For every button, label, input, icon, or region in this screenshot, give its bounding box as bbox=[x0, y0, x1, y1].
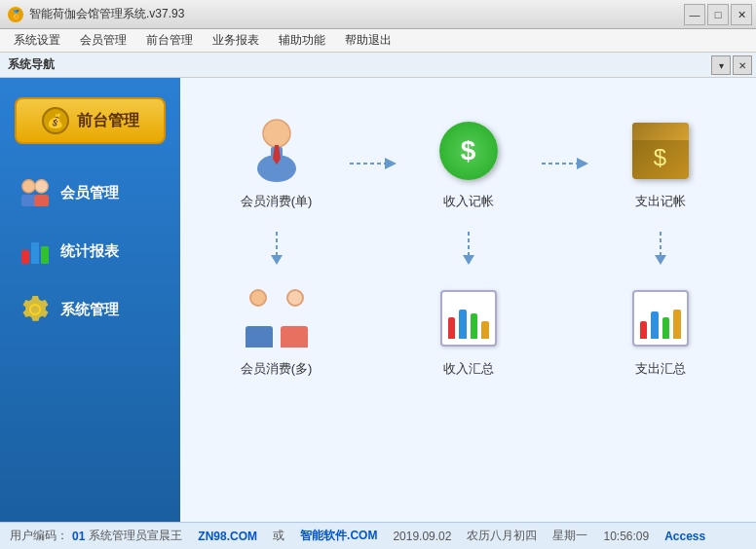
arrow-down-col3 bbox=[593, 230, 727, 265]
svg-marker-16 bbox=[271, 255, 283, 265]
time: 10:56:09 bbox=[603, 530, 649, 543]
svg-point-7 bbox=[263, 120, 290, 147]
svg-rect-3 bbox=[34, 195, 49, 206]
arrow-right-2 bbox=[535, 132, 593, 195]
manager-label: 系统管理员宣晨王 bbox=[89, 528, 182, 544]
workflow-income-summary[interactable]: 收入汇总 bbox=[401, 265, 535, 397]
user-value: 01 bbox=[72, 530, 85, 543]
menu-auxiliary[interactable]: 辅助功能 bbox=[269, 30, 335, 51]
sidebar-item-system-mgmt[interactable]: 系统管理 bbox=[0, 280, 180, 339]
sidebar-item-statistics[interactable]: 统计报表 bbox=[0, 222, 180, 280]
weekday: 星期一 bbox=[552, 528, 587, 544]
dollar-box-icon: $ bbox=[626, 117, 695, 185]
people-icon bbox=[19, 177, 51, 208]
menu-member-mgmt[interactable]: 会员管理 bbox=[70, 30, 136, 51]
coin-icon: 💰 bbox=[42, 107, 69, 134]
user-info: 用户编码： 01 系统管理员宣晨王 bbox=[10, 528, 182, 544]
window-title: 智能荷伽会馆管理系统.v37.93 bbox=[29, 6, 184, 22]
svg-marker-20 bbox=[655, 255, 666, 265]
nav-close-button[interactable]: ✕ bbox=[733, 55, 752, 75]
status-bar: 用户编码： 01 系统管理员宣晨王 ZN98.COM 或 智能软件.COM 20… bbox=[0, 522, 756, 549]
close-button[interactable]: ✕ bbox=[731, 4, 752, 25]
arrow-down-col2 bbox=[401, 230, 535, 265]
app-icon: 🏅 bbox=[8, 7, 23, 22]
income-chart-icon bbox=[435, 284, 503, 352]
menu-front-desk[interactable]: 前台管理 bbox=[136, 30, 203, 51]
workflow-expense-ledger[interactable]: $ 支出记帐 bbox=[593, 97, 727, 230]
statistics-label: 统计报表 bbox=[60, 242, 119, 261]
income-summary-label: 收入汇总 bbox=[443, 360, 494, 378]
member-mgmt-label: 会员管理 bbox=[60, 184, 119, 202]
title-bar: 🏅 智能荷伽会馆管理系统.v37.93 — □ ✕ bbox=[0, 0, 756, 29]
workflow-expense-summary[interactable]: 支出汇总 bbox=[593, 265, 727, 397]
svg-marker-14 bbox=[577, 158, 588, 169]
main-container: 💰 前台管理 会员管理 bbox=[0, 78, 756, 522]
sidebar: 💰 前台管理 会员管理 bbox=[0, 78, 180, 522]
menu-help-exit[interactable]: 帮助退出 bbox=[335, 30, 401, 51]
svg-rect-4 bbox=[21, 250, 29, 264]
nav-toolbar-controls: ▾ ✕ bbox=[711, 55, 752, 75]
sidebar-front-desk-button[interactable]: 💰 前台管理 bbox=[15, 97, 166, 144]
workflow-member-consume-single[interactable]: 会员消费(单) bbox=[209, 97, 343, 230]
site2: 智能软件.COM bbox=[300, 528, 377, 544]
lunar: 农历八月初四 bbox=[467, 528, 537, 544]
site1: ZN98.COM bbox=[198, 530, 257, 543]
bar-chart-icon bbox=[19, 236, 51, 267]
svg-point-0 bbox=[22, 180, 35, 193]
or-text: 或 bbox=[273, 528, 284, 544]
gear-icon bbox=[19, 294, 51, 325]
maximize-button[interactable]: □ bbox=[707, 4, 729, 25]
access-label: Access bbox=[664, 530, 705, 543]
arrow-down-col1 bbox=[209, 230, 343, 265]
system-mgmt-label: 系统管理 bbox=[60, 301, 119, 319]
workflow-member-consume-multi[interactable]: 会员消费(多) bbox=[209, 265, 343, 397]
member-consume-single-label: 会员消费(单) bbox=[241, 193, 313, 210]
income-ledger-label: 收入记帐 bbox=[443, 193, 494, 210]
expense-summary-label: 支出汇总 bbox=[635, 360, 686, 378]
date: 2019.09.02 bbox=[393, 530, 451, 543]
svg-marker-18 bbox=[463, 255, 474, 265]
workflow-income-ledger[interactable]: $ 收入记帐 bbox=[401, 97, 535, 230]
user-label: 用户编码： bbox=[10, 528, 68, 544]
nav-pin-button[interactable]: ▾ bbox=[711, 55, 731, 75]
arrow-right-1 bbox=[343, 132, 401, 195]
expense-ledger-label: 支出记帐 bbox=[635, 193, 686, 210]
front-desk-label: 前台管理 bbox=[77, 111, 139, 131]
window-controls: — □ ✕ bbox=[684, 4, 752, 25]
svg-point-2 bbox=[35, 180, 48, 193]
svg-rect-5 bbox=[31, 242, 39, 264]
menu-business-report[interactable]: 业务报表 bbox=[203, 30, 269, 51]
nav-toolbar-title: 系统导航 bbox=[8, 56, 55, 73]
member-consume-multi-label: 会员消费(多) bbox=[241, 360, 313, 378]
arrow-down-spacer1 bbox=[343, 230, 401, 265]
menu-bar: 系统设置 会员管理 前台管理 业务报表 辅助功能 帮助退出 bbox=[0, 29, 756, 53]
content-area: 会员消费(单) $ 收入记帐 bbox=[180, 78, 756, 522]
svg-rect-1 bbox=[21, 195, 36, 206]
two-people-icon bbox=[243, 284, 311, 352]
nav-toolbar: 系统导航 ▾ ✕ bbox=[0, 53, 756, 78]
expense-chart-icon bbox=[626, 284, 695, 352]
dollar-circle-icon: $ bbox=[435, 117, 503, 185]
person-tie-icon bbox=[243, 117, 311, 185]
menu-system-setup[interactable]: 系统设置 bbox=[4, 30, 70, 51]
arrow-down-spacer2 bbox=[535, 230, 593, 265]
svg-marker-12 bbox=[385, 158, 397, 169]
sidebar-item-member-mgmt[interactable]: 会员管理 bbox=[0, 164, 180, 222]
svg-rect-6 bbox=[41, 246, 49, 264]
minimize-button[interactable]: — bbox=[684, 4, 705, 25]
